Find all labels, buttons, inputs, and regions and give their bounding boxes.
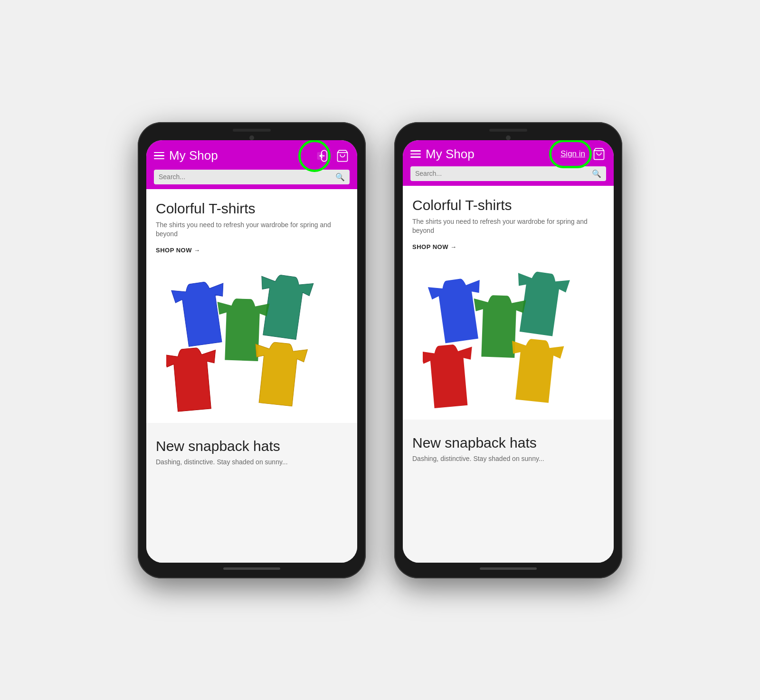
cart-svg-left [336, 149, 349, 163]
hero-subtitle-right: The shirts you need to refresh your ward… [412, 217, 604, 236]
hero-subtitle-left: The shirts you need to refresh your ward… [156, 221, 348, 239]
next-section-subtitle-left: Dashing, distinctive. Stay shaded on sun… [156, 458, 348, 466]
search-icon-left[interactable]: 🔍 [335, 173, 345, 182]
phones-container: My Shop [138, 122, 622, 578]
next-section-title-right: New snapback hats [412, 435, 604, 451]
header-top-right: My Shop Sign in [410, 147, 606, 162]
next-section-subtitle-right: Dashing, distinctive. Stay shaded on sun… [412, 455, 604, 462]
cart-icon-right[interactable] [592, 147, 606, 161]
phone-speaker-left [233, 129, 271, 132]
phone-speaker-right [489, 129, 527, 132]
phone-screen-right: My Shop Sign in [403, 140, 614, 563]
phone-bottom-bar-right [480, 567, 537, 570]
app-header-right: My Shop Sign in [403, 140, 614, 186]
search-bar-right: 🔍 [410, 166, 606, 181]
app-title-right: My Shop [426, 147, 553, 162]
search-bar-left: 🔍 [154, 170, 350, 184]
hamburger-icon-left[interactable] [154, 152, 164, 160]
hero-section-left: Colorful T-shirts The shirts you need to… [146, 189, 357, 423]
tshirts-area-left [156, 261, 348, 423]
app-title-left: My Shop [169, 148, 309, 163]
cart-svg-right [592, 147, 606, 161]
tshirts-svg-left [166, 271, 337, 423]
search-input-right[interactable] [415, 170, 588, 177]
cart-icon-left[interactable] [335, 149, 350, 163]
tshirts-svg-right [423, 268, 594, 420]
app-header-left: My Shop [146, 140, 357, 189]
hero-title-right: Colorful T-shirts [412, 197, 604, 213]
phone-left: My Shop [138, 122, 366, 578]
next-section-left: New snapback hats Dashing, distinctive. … [146, 427, 357, 470]
search-icon-right[interactable]: 🔍 [592, 169, 601, 178]
hero-title-left: Colorful T-shirts [156, 201, 348, 217]
header-top-left: My Shop [154, 147, 350, 165]
hero-section-right: Colorful T-shirts The shirts you need to… [403, 186, 614, 420]
search-input-left[interactable] [159, 173, 332, 181]
phone-right: My Shop Sign in [394, 122, 622, 578]
next-section-title-left: New snapback hats [156, 438, 348, 454]
phone-camera-left [249, 135, 254, 140]
hamburger-icon-right[interactable] [410, 150, 421, 158]
phone-bottom-bar-left [223, 567, 280, 570]
header-actions-left [314, 147, 350, 165]
sign-in-door-icon [316, 149, 329, 163]
app-content-left: Colorful T-shirts The shirts you need to… [146, 189, 357, 563]
sign-in-text-button-right[interactable]: Sign in [558, 147, 588, 161]
app-content-right: Colorful T-shirts The shirts you need to… [403, 186, 614, 563]
phone-camera-right [506, 135, 511, 140]
sign-in-icon-button-left[interactable] [314, 147, 332, 165]
shop-now-btn-left[interactable]: SHOP NOW → [156, 247, 348, 254]
next-section-right: New snapback hats Dashing, distinctive. … [403, 423, 614, 467]
phone-screen-left: My Shop [146, 140, 357, 563]
shop-now-btn-right[interactable]: SHOP NOW → [412, 243, 604, 250]
tshirts-area-right [412, 258, 604, 420]
header-actions-right: Sign in [558, 147, 606, 161]
